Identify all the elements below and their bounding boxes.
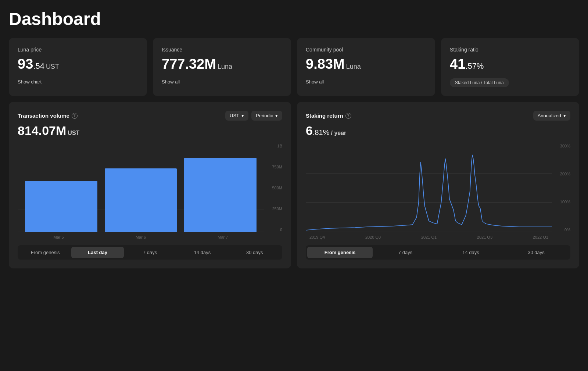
staking-return-dropdowns: Annualized ▾ [533,111,570,121]
staking-return-title: Staking return ? [306,113,351,119]
tx-volume-info-icon[interactable]: ? [72,113,78,119]
tx-time-7-days[interactable]: 7 days [124,247,176,258]
issuance-value: 777.32MLuna [162,57,282,71]
community-pool-value: 9.83MLuna [306,57,426,71]
top-cards-grid: Luna price 93.54UST Show chart Issuance … [9,38,579,96]
community-pool-label: Community pool [306,47,426,53]
tx-time-14-days[interactable]: 14 days [176,247,228,258]
staking-time-7-days[interactable]: 7 days [373,247,438,258]
bar-mar6 [105,168,177,232]
staking-time-14-days[interactable]: 14 days [438,247,503,258]
issuance-label: Issuance [162,47,282,53]
community-pool-show-all[interactable]: Show all [306,79,324,85]
staking-x-axis: 2019 Q4 2020 Q3 2021 Q1 2021 Q3 2022 Q1 [306,235,552,239]
tx-volume-value: 814.07MUST [18,124,282,138]
chevron-down-icon: ▾ [241,113,244,118]
transaction-volume-card: Transaction volume ? UST ▾ Periodic ▾ 81… [9,102,291,268]
issuance-show-all[interactable]: Show all [162,79,180,85]
bottom-charts-grid: Transaction volume ? UST ▾ Periodic ▾ 81… [9,102,579,268]
staking-return-card: Staking return ? Annualized ▾ 6.81%/ yea… [297,102,579,268]
tx-volume-dropdowns: UST ▾ Periodic ▾ [225,111,282,121]
issuance-card: Issuance 777.32MLuna Show all [153,38,291,96]
tx-currency-dropdown[interactable]: UST ▾ [225,111,248,121]
staking-return-chart: 300% 200% 100% 0% 2019 Q4 2020 Q3 2021 Q… [306,144,570,239]
chevron-down-icon: ▾ [563,113,566,118]
tx-time-buttons: From genesis Last day 7 days 14 days 30 … [18,245,282,260]
page-title: Dashboard [9,9,579,29]
tx-bars [18,144,264,232]
tx-time-30-days[interactable]: 30 days [229,247,281,258]
tx-y-axis: 1B 750M 500M 250M 0 [268,144,282,232]
staking-ratio-badge[interactable]: Staked Luna / Total Luna [450,78,509,87]
staking-svg-chart [306,144,552,232]
community-pool-card: Community pool 9.83MLuna Show all [297,38,435,96]
staking-ratio-label: Staking ratio [450,47,570,53]
luna-price-label: Luna price [18,47,138,53]
staking-return-header: Staking return ? Annualized ▾ [306,111,570,121]
tx-time-last-day[interactable]: Last day [71,247,123,258]
staking-y-axis: 300% 200% 100% 0% [554,144,570,232]
chevron-down-icon: ▾ [275,113,278,118]
bar-mar5 [25,181,97,232]
staking-period-dropdown[interactable]: Annualized ▾ [533,111,570,121]
tx-period-dropdown[interactable]: Periodic ▾ [251,111,282,121]
bar-mar7 [184,158,257,232]
staking-return-value: 6.81%/ year [306,124,570,138]
staking-ratio-card: Staking ratio 41.57% Staked Luna / Total… [441,38,579,96]
luna-price-show-chart[interactable]: Show chart [18,79,42,85]
luna-price-card: Luna price 93.54UST Show chart [9,38,147,96]
staking-time-buttons: From genesis 7 days 14 days 30 days [306,245,570,260]
tx-time-from-genesis[interactable]: From genesis [19,247,71,258]
tx-volume-title: Transaction volume ? [18,113,78,119]
tx-volume-chart: 1B 750M 500M 250M 0 Mar 5 Mar 6 Mar 7 [18,144,282,239]
staking-time-30-days[interactable]: 30 days [503,247,569,258]
tx-x-axis: Mar 5 Mar 6 Mar 7 [18,235,264,239]
staking-ratio-value: 41.57% [450,57,570,71]
luna-price-value: 93.54UST [18,57,138,71]
staking-time-from-genesis[interactable]: From genesis [307,247,373,258]
tx-volume-header: Transaction volume ? UST ▾ Periodic ▾ [18,111,282,121]
staking-return-info-icon[interactable]: ? [345,113,351,119]
